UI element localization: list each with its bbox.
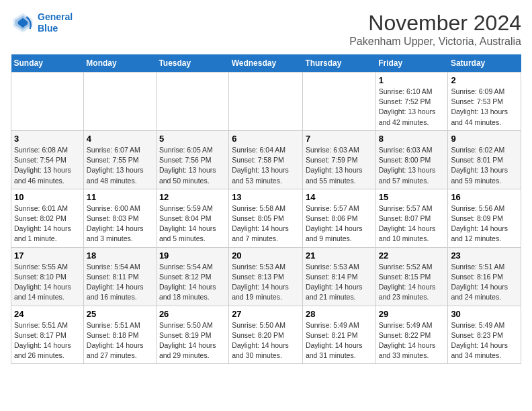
calendar-body: 1Sunrise: 6:10 AM Sunset: 7:52 PM Daylig… <box>11 73 521 364</box>
calendar-cell: 14Sunrise: 5:57 AM Sunset: 8:06 PM Dayli… <box>302 189 375 247</box>
calendar-cell: 13Sunrise: 5:58 AM Sunset: 8:05 PM Dayli… <box>229 189 303 247</box>
calendar-cell: 19Sunrise: 5:54 AM Sunset: 8:12 PM Dayli… <box>156 247 228 306</box>
calendar-week-4: 17Sunrise: 5:55 AM Sunset: 8:10 PM Dayli… <box>11 247 521 306</box>
calendar-cell: 2Sunrise: 6:09 AM Sunset: 7:53 PM Daylig… <box>448 73 521 131</box>
month-title: November 2024 <box>349 11 521 36</box>
day-number: 29 <box>379 309 445 319</box>
day-info: Sunrise: 5:54 AM Sunset: 8:11 PM Dayligh… <box>87 262 153 303</box>
calendar-cell <box>83 73 156 131</box>
logo-line1: General <box>38 11 73 22</box>
day-info: Sunrise: 6:00 AM Sunset: 8:03 PM Dayligh… <box>87 203 153 244</box>
calendar-week-3: 10Sunrise: 6:01 AM Sunset: 8:02 PM Dayli… <box>11 189 521 247</box>
day-number: 9 <box>451 134 518 144</box>
calendar-cell: 4Sunrise: 6:07 AM Sunset: 7:55 PM Daylig… <box>83 130 156 189</box>
weekday-header-saturday: Saturday <box>448 54 521 73</box>
day-number: 5 <box>159 134 226 144</box>
day-info: Sunrise: 5:49 AM Sunset: 8:21 PM Dayligh… <box>306 320 373 361</box>
calendar-cell: 7Sunrise: 6:03 AM Sunset: 7:59 PM Daylig… <box>302 130 375 189</box>
day-number: 20 <box>232 250 300 261</box>
day-number: 24 <box>14 309 81 319</box>
day-number: 8 <box>379 134 445 144</box>
calendar-cell: 24Sunrise: 5:51 AM Sunset: 8:17 PM Dayli… <box>11 306 84 364</box>
day-info: Sunrise: 5:51 AM Sunset: 8:18 PM Dayligh… <box>87 320 153 361</box>
day-info: Sunrise: 5:50 AM Sunset: 8:20 PM Dayligh… <box>232 320 300 361</box>
calendar-cell <box>156 73 228 131</box>
calendar-cell: 16Sunrise: 5:56 AM Sunset: 8:09 PM Dayli… <box>448 189 521 247</box>
day-number: 28 <box>306 309 373 319</box>
day-number: 12 <box>159 192 226 202</box>
calendar-cell: 17Sunrise: 5:55 AM Sunset: 8:10 PM Dayli… <box>11 247 84 306</box>
calendar-cell <box>229 73 303 131</box>
calendar-cell: 18Sunrise: 5:54 AM Sunset: 8:11 PM Dayli… <box>83 247 156 306</box>
calendar-cell: 10Sunrise: 6:01 AM Sunset: 8:02 PM Dayli… <box>11 189 84 247</box>
calendar-cell: 8Sunrise: 6:03 AM Sunset: 8:00 PM Daylig… <box>375 130 448 189</box>
weekday-header-tuesday: Tuesday <box>156 54 228 73</box>
day-info: Sunrise: 6:10 AM Sunset: 7:52 PM Dayligh… <box>379 87 445 128</box>
day-info: Sunrise: 5:57 AM Sunset: 8:07 PM Dayligh… <box>379 203 445 244</box>
calendar-week-5: 24Sunrise: 5:51 AM Sunset: 8:17 PM Dayli… <box>11 306 521 364</box>
calendar-cell: 29Sunrise: 5:49 AM Sunset: 8:22 PM Dayli… <box>375 306 448 364</box>
logo-text: General Blue <box>38 11 73 34</box>
day-info: Sunrise: 6:04 AM Sunset: 7:58 PM Dayligh… <box>232 145 300 186</box>
day-number: 4 <box>87 134 153 144</box>
day-number: 14 <box>306 192 373 202</box>
day-number: 3 <box>14 134 81 144</box>
calendar-cell: 3Sunrise: 6:08 AM Sunset: 7:54 PM Daylig… <box>11 130 84 189</box>
calendar-cell: 9Sunrise: 6:02 AM Sunset: 8:01 PM Daylig… <box>448 130 521 189</box>
day-info: Sunrise: 5:52 AM Sunset: 8:15 PM Dayligh… <box>379 262 445 303</box>
day-number: 17 <box>14 250 81 261</box>
day-info: Sunrise: 6:03 AM Sunset: 7:59 PM Dayligh… <box>306 145 373 186</box>
calendar-cell: 21Sunrise: 5:53 AM Sunset: 8:14 PM Dayli… <box>302 247 375 306</box>
calendar-cell: 12Sunrise: 5:59 AM Sunset: 8:04 PM Dayli… <box>156 189 228 247</box>
day-info: Sunrise: 5:51 AM Sunset: 8:17 PM Dayligh… <box>14 320 81 361</box>
calendar-cell: 26Sunrise: 5:50 AM Sunset: 8:19 PM Dayli… <box>156 306 228 364</box>
calendar-cell: 11Sunrise: 6:00 AM Sunset: 8:03 PM Dayli… <box>83 189 156 247</box>
day-number: 2 <box>451 75 518 85</box>
day-number: 13 <box>232 192 300 202</box>
calendar-cell: 23Sunrise: 5:51 AM Sunset: 8:16 PM Dayli… <box>448 247 521 306</box>
day-info: Sunrise: 6:01 AM Sunset: 8:02 PM Dayligh… <box>14 203 81 244</box>
calendar-cell: 22Sunrise: 5:52 AM Sunset: 8:15 PM Dayli… <box>375 247 448 306</box>
day-info: Sunrise: 5:51 AM Sunset: 8:16 PM Dayligh… <box>451 262 518 303</box>
weekday-header-monday: Monday <box>83 54 156 73</box>
day-number: 18 <box>87 250 153 261</box>
day-number: 27 <box>232 309 300 319</box>
day-number: 22 <box>379 250 445 261</box>
day-info: Sunrise: 5:55 AM Sunset: 8:10 PM Dayligh… <box>14 262 81 303</box>
calendar-week-2: 3Sunrise: 6:08 AM Sunset: 7:54 PM Daylig… <box>11 130 521 189</box>
day-info: Sunrise: 5:53 AM Sunset: 8:14 PM Dayligh… <box>306 262 373 303</box>
calendar-cell: 27Sunrise: 5:50 AM Sunset: 8:20 PM Dayli… <box>229 306 303 364</box>
day-number: 11 <box>87 192 153 202</box>
day-number: 19 <box>159 250 226 261</box>
calendar-cell: 6Sunrise: 6:04 AM Sunset: 7:58 PM Daylig… <box>229 130 303 189</box>
day-info: Sunrise: 5:58 AM Sunset: 8:05 PM Dayligh… <box>232 203 300 244</box>
calendar-cell: 1Sunrise: 6:10 AM Sunset: 7:52 PM Daylig… <box>375 73 448 131</box>
weekday-header-thursday: Thursday <box>302 54 375 73</box>
day-info: Sunrise: 6:08 AM Sunset: 7:54 PM Dayligh… <box>14 145 81 186</box>
logo: General Blue <box>11 11 73 35</box>
day-info: Sunrise: 5:49 AM Sunset: 8:22 PM Dayligh… <box>379 320 445 361</box>
calendar-cell: 28Sunrise: 5:49 AM Sunset: 8:21 PM Dayli… <box>302 306 375 364</box>
day-info: Sunrise: 5:49 AM Sunset: 8:23 PM Dayligh… <box>451 320 518 361</box>
day-number: 6 <box>232 134 300 144</box>
location-subtitle: Pakenham Upper, Victoria, Australia <box>349 36 521 48</box>
day-info: Sunrise: 6:02 AM Sunset: 8:01 PM Dayligh… <box>451 145 518 186</box>
calendar-cell: 15Sunrise: 5:57 AM Sunset: 8:07 PM Dayli… <box>375 189 448 247</box>
day-number: 16 <box>451 192 518 202</box>
day-info: Sunrise: 6:05 AM Sunset: 7:56 PM Dayligh… <box>159 145 226 186</box>
day-info: Sunrise: 5:56 AM Sunset: 8:09 PM Dayligh… <box>451 203 518 244</box>
day-info: Sunrise: 5:59 AM Sunset: 8:04 PM Dayligh… <box>159 203 226 244</box>
day-info: Sunrise: 6:03 AM Sunset: 8:00 PM Dayligh… <box>379 145 445 186</box>
day-number: 15 <box>379 192 445 202</box>
weekday-header-friday: Friday <box>375 54 448 73</box>
day-number: 10 <box>14 192 81 202</box>
calendar-cell <box>302 73 375 131</box>
day-number: 21 <box>306 250 373 261</box>
calendar-cell: 20Sunrise: 5:53 AM Sunset: 8:13 PM Dayli… <box>229 247 303 306</box>
calendar-cell: 25Sunrise: 5:51 AM Sunset: 8:18 PM Dayli… <box>83 306 156 364</box>
day-number: 1 <box>379 75 445 85</box>
day-number: 23 <box>451 250 518 261</box>
title-block: November 2024 Pakenham Upper, Victoria, … <box>349 11 521 48</box>
day-info: Sunrise: 6:07 AM Sunset: 7:55 PM Dayligh… <box>87 145 153 186</box>
calendar-cell: 30Sunrise: 5:49 AM Sunset: 8:23 PM Dayli… <box>448 306 521 364</box>
